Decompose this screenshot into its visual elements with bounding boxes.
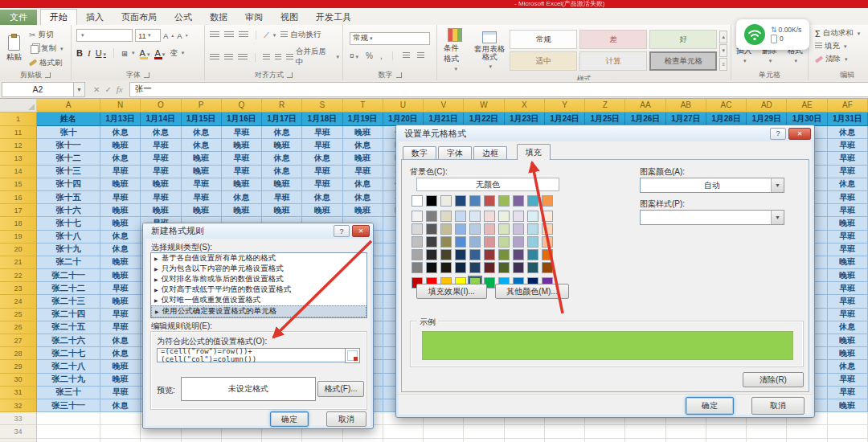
more-colors-button[interactable]: 其他颜色(M)... bbox=[495, 284, 569, 299]
font-name-combo[interactable] bbox=[76, 29, 133, 42]
cell[interactable]: 晚班 bbox=[343, 126, 383, 139]
cell[interactable] bbox=[424, 425, 464, 438]
color-swatch[interactable] bbox=[455, 249, 466, 260]
row-header-18[interactable]: 18 bbox=[0, 217, 37, 230]
color-swatch[interactable] bbox=[426, 262, 437, 273]
color-swatch[interactable] bbox=[455, 211, 466, 222]
rule-type-item[interactable]: ▶仅对排名靠前或靠后的数值设置格式 bbox=[151, 274, 366, 284]
tab-开发工具[interactable]: 开发工具 bbox=[307, 10, 360, 25]
gallery-more-icon[interactable]: ≡ bbox=[719, 58, 727, 71]
comma-style-button[interactable]: , bbox=[380, 51, 383, 60]
copy-button[interactable]: 复制 bbox=[29, 43, 63, 54]
style-item[interactable]: 检查单元格 bbox=[649, 51, 717, 71]
color-swatch[interactable] bbox=[527, 249, 538, 260]
cell[interactable] bbox=[37, 439, 100, 442]
cell[interactable] bbox=[464, 439, 504, 442]
cell[interactable]: 晚班 bbox=[182, 204, 222, 217]
cell[interactable]: 休息 bbox=[182, 126, 222, 139]
ok-button[interactable]: 确定 bbox=[686, 397, 734, 415]
color-swatch[interactable] bbox=[440, 262, 452, 273]
cell[interactable] bbox=[545, 439, 585, 442]
rule-type-item[interactable]: ▶仅对唯一值或重复值设置格式 bbox=[151, 295, 366, 305]
gallery-up-icon[interactable]: ▲ bbox=[719, 31, 727, 43]
cell[interactable]: 早班 bbox=[302, 126, 342, 139]
cell[interactable]: 早班 bbox=[100, 309, 141, 321]
paste-button[interactable]: 粘贴 bbox=[3, 28, 25, 70]
cell[interactable]: 张十三 bbox=[37, 166, 100, 178]
tab-开始[interactable]: 开始 bbox=[40, 9, 77, 25]
color-swatch[interactable] bbox=[455, 223, 466, 235]
cell[interactable]: 休息 bbox=[302, 152, 342, 165]
cell[interactable]: 张十六 bbox=[37, 204, 100, 217]
orientation-button[interactable]: ⟋ bbox=[264, 31, 276, 40]
cell[interactable] bbox=[100, 439, 141, 442]
autosum-button[interactable]: Σ自动求和 bbox=[815, 28, 868, 39]
column-header-N[interactable]: N bbox=[100, 98, 141, 113]
color-swatch[interactable] bbox=[498, 262, 510, 273]
color-swatch[interactable] bbox=[513, 236, 524, 248]
column-header-P[interactable]: P bbox=[182, 98, 222, 113]
cell[interactable]: 早班 bbox=[222, 166, 262, 178]
row-header-27[interactable]: 27 bbox=[0, 334, 37, 347]
color-swatch[interactable] bbox=[527, 236, 538, 248]
row-header-22[interactable]: 22 bbox=[0, 269, 37, 282]
cell[interactable]: 休息 bbox=[828, 360, 868, 373]
cell[interactable]: 张二十六 bbox=[37, 334, 100, 347]
cell[interactable] bbox=[100, 425, 141, 438]
color-swatch[interactable] bbox=[498, 249, 510, 260]
cell[interactable] bbox=[383, 425, 424, 438]
bold-button[interactable]: B bbox=[76, 48, 83, 58]
cell[interactable] bbox=[424, 439, 464, 442]
cell[interactable]: 晚班 bbox=[262, 178, 302, 191]
color-swatch[interactable] bbox=[411, 211, 423, 222]
cell[interactable]: 晚班 bbox=[222, 139, 262, 152]
cell[interactable]: 晚班 bbox=[100, 256, 141, 269]
select-all-corner[interactable] bbox=[0, 98, 37, 113]
column-header-V[interactable]: V bbox=[424, 98, 464, 113]
percent-style-button[interactable]: % bbox=[366, 51, 373, 60]
cell[interactable]: 张十四 bbox=[37, 178, 100, 191]
cell[interactable]: 早班 bbox=[262, 191, 302, 204]
color-swatch[interactable] bbox=[455, 195, 466, 207]
align-left-icon[interactable] bbox=[210, 54, 219, 61]
cell[interactable]: 休息 bbox=[100, 126, 141, 139]
cell[interactable]: 休息 bbox=[100, 244, 141, 256]
number-format-combo[interactable]: 常规 bbox=[350, 32, 430, 45]
tab-插入[interactable]: 插入 bbox=[77, 10, 113, 25]
rule-formula-input[interactable]: =(cell("row")=row())+(cell("col")=column… bbox=[157, 348, 348, 362]
cell[interactable]: 休息 bbox=[222, 191, 262, 204]
cell[interactable]: 早班 bbox=[828, 295, 868, 308]
cell[interactable]: 张二十八 bbox=[37, 360, 100, 373]
row-header-1[interactable]: 1 bbox=[0, 113, 37, 126]
conditional-formatting-button[interactable]: 条件格式 bbox=[440, 27, 469, 74]
cell[interactable]: 早班 bbox=[141, 152, 181, 165]
cell[interactable] bbox=[666, 425, 706, 438]
cell[interactable]: 早班 bbox=[100, 191, 141, 204]
close-button[interactable]: ✕ bbox=[788, 128, 811, 140]
cell[interactable]: 张十七 bbox=[37, 217, 100, 230]
font-size-combo[interactable]: 11 bbox=[135, 29, 161, 42]
cell[interactable]: 张二十三 bbox=[37, 295, 100, 308]
gallery-down-icon[interactable]: ▼ bbox=[719, 44, 727, 57]
cell[interactable]: 晚班 bbox=[100, 295, 141, 308]
color-swatch[interactable] bbox=[440, 195, 452, 207]
color-swatch[interactable] bbox=[498, 223, 510, 235]
cell[interactable]: 晚班 bbox=[222, 204, 262, 217]
color-swatch[interactable] bbox=[426, 249, 437, 260]
cell[interactable]: 晚班 bbox=[141, 204, 181, 217]
decrease-decimal-icon[interactable] bbox=[417, 52, 424, 59]
align-bottom-icon[interactable] bbox=[239, 31, 248, 39]
format-cells-titlebar[interactable]: 设置单元格格式 ? ✕ bbox=[396, 125, 814, 141]
cell[interactable]: 早班 bbox=[828, 204, 868, 217]
color-swatch[interactable] bbox=[542, 249, 553, 260]
color-swatch[interactable] bbox=[469, 249, 481, 260]
cell[interactable]: 张十 bbox=[37, 126, 100, 139]
color-swatch[interactable] bbox=[527, 223, 538, 235]
color-swatch[interactable] bbox=[484, 223, 495, 235]
fill-color-button[interactable]: A bbox=[140, 48, 150, 58]
column-header-AF[interactable]: AF bbox=[828, 98, 868, 113]
cell[interactable]: 张二十四 bbox=[37, 309, 100, 321]
cell[interactable]: 早班 bbox=[828, 374, 868, 387]
color-swatch[interactable] bbox=[440, 236, 452, 248]
cell[interactable] bbox=[585, 439, 625, 442]
